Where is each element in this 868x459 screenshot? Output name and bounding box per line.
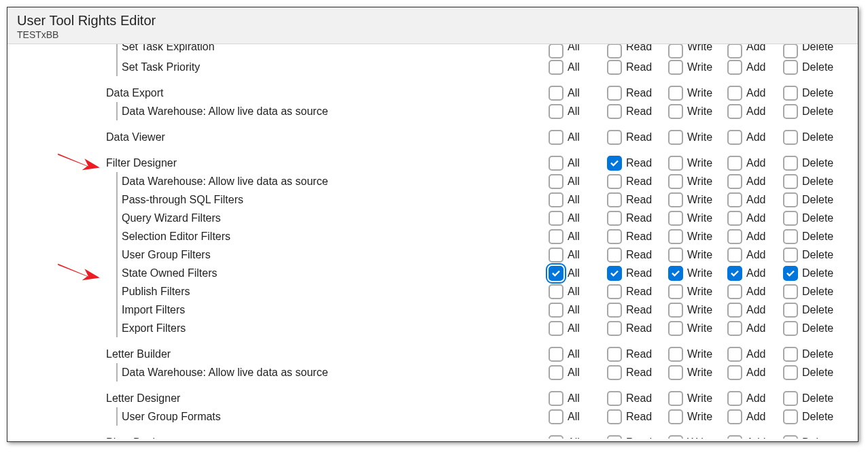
- checkbox-delete[interactable]: [783, 321, 798, 336]
- checkbox-delete[interactable]: [783, 229, 798, 244]
- checkbox-write[interactable]: [668, 192, 683, 207]
- checkbox-add[interactable]: [727, 192, 742, 207]
- checkbox-all[interactable]: [549, 44, 563, 58]
- checkbox-write[interactable]: [668, 284, 683, 299]
- checkbox-read[interactable]: [607, 435, 622, 439]
- checkbox-write[interactable]: [668, 86, 683, 101]
- checkbox-add[interactable]: [727, 211, 742, 226]
- checkbox-write[interactable]: [668, 248, 683, 262]
- checkbox-add[interactable]: [727, 321, 742, 336]
- checkbox-write[interactable]: [668, 266, 683, 281]
- checkbox-delete[interactable]: [783, 248, 798, 262]
- checkbox-all[interactable]: [549, 435, 563, 439]
- checkbox-delete[interactable]: [783, 365, 798, 380]
- checkbox-add[interactable]: [727, 266, 742, 281]
- checkbox-all[interactable]: [549, 266, 563, 281]
- checkbox-all[interactable]: [549, 104, 563, 119]
- checkbox-read[interactable]: [607, 130, 622, 145]
- checkbox-add[interactable]: [727, 409, 742, 424]
- checkbox-all[interactable]: [549, 174, 563, 189]
- checkbox-add[interactable]: [727, 60, 742, 75]
- checkbox-read[interactable]: [607, 365, 622, 380]
- checkbox-write[interactable]: [668, 104, 683, 119]
- checkbox-all[interactable]: [549, 248, 563, 262]
- checkbox-write[interactable]: [668, 321, 683, 336]
- checkbox-write[interactable]: [668, 365, 683, 380]
- checkbox-all[interactable]: [549, 211, 563, 226]
- checkbox-all[interactable]: [549, 321, 563, 336]
- checkbox-add[interactable]: [727, 229, 742, 244]
- checkbox-read[interactable]: [607, 284, 622, 299]
- checkbox-delete[interactable]: [783, 435, 798, 439]
- checkbox-add[interactable]: [727, 156, 742, 171]
- checkbox-read[interactable]: [607, 156, 622, 171]
- checkbox-read[interactable]: [607, 192, 622, 207]
- checkbox-add[interactable]: [727, 435, 742, 439]
- checkbox-write[interactable]: [668, 130, 683, 145]
- checkbox-write[interactable]: [668, 211, 683, 226]
- checkbox-add[interactable]: [727, 303, 742, 318]
- checkbox-write[interactable]: [668, 435, 683, 439]
- checkbox-read[interactable]: [607, 44, 622, 58]
- checkbox-write[interactable]: [668, 409, 683, 424]
- checkbox-write[interactable]: [668, 303, 683, 318]
- checkbox-add[interactable]: [727, 44, 742, 58]
- checkbox-all[interactable]: [549, 60, 563, 75]
- checkbox-delete[interactable]: [783, 284, 798, 299]
- checkbox-read[interactable]: [607, 60, 622, 75]
- checkbox-write[interactable]: [668, 347, 683, 362]
- checkbox-all[interactable]: [549, 365, 563, 380]
- checkbox-all[interactable]: [549, 409, 563, 424]
- checkbox-read[interactable]: [607, 321, 622, 336]
- checkbox-read[interactable]: [607, 86, 622, 101]
- checkbox-add[interactable]: [727, 391, 742, 406]
- checkbox-read[interactable]: [607, 409, 622, 424]
- checkbox-delete[interactable]: [783, 211, 798, 226]
- checkbox-delete[interactable]: [783, 44, 798, 58]
- checkbox-read[interactable]: [607, 303, 622, 318]
- checkbox-add[interactable]: [727, 174, 742, 189]
- checkbox-all[interactable]: [549, 192, 563, 207]
- checkbox-all[interactable]: [549, 86, 563, 101]
- checkbox-write[interactable]: [668, 174, 683, 189]
- checkbox-all[interactable]: [549, 229, 563, 244]
- checkbox-all[interactable]: [549, 391, 563, 406]
- checkbox-delete[interactable]: [783, 130, 798, 145]
- checkbox-add[interactable]: [727, 284, 742, 299]
- checkbox-read[interactable]: [607, 248, 622, 262]
- checkbox-delete[interactable]: [783, 174, 798, 189]
- checkbox-read[interactable]: [607, 229, 622, 244]
- checkbox-write[interactable]: [668, 44, 683, 58]
- checkbox-read[interactable]: [607, 104, 622, 119]
- checkbox-read[interactable]: [607, 174, 622, 189]
- checkbox-delete[interactable]: [783, 60, 798, 75]
- checkbox-add[interactable]: [727, 86, 742, 101]
- checkbox-delete[interactable]: [783, 156, 798, 171]
- checkbox-delete[interactable]: [783, 391, 798, 406]
- checkbox-all[interactable]: [549, 347, 563, 362]
- checkbox-write[interactable]: [668, 391, 683, 406]
- checkbox-delete[interactable]: [783, 347, 798, 362]
- checkbox-read[interactable]: [607, 211, 622, 226]
- checkbox-read[interactable]: [607, 347, 622, 362]
- checkbox-add[interactable]: [727, 365, 742, 380]
- checkbox-add[interactable]: [727, 347, 742, 362]
- checkbox-write[interactable]: [668, 229, 683, 244]
- checkbox-all[interactable]: [549, 156, 563, 171]
- checkbox-read[interactable]: [607, 266, 622, 281]
- checkbox-add[interactable]: [727, 130, 742, 145]
- checkbox-all[interactable]: [549, 303, 563, 318]
- checkbox-delete[interactable]: [783, 86, 798, 101]
- checkbox-delete[interactable]: [783, 303, 798, 318]
- checkbox-all[interactable]: [549, 284, 563, 299]
- checkbox-write[interactable]: [668, 60, 683, 75]
- checkbox-add[interactable]: [727, 248, 742, 262]
- checkbox-add[interactable]: [727, 104, 742, 119]
- checkbox-delete[interactable]: [783, 409, 798, 424]
- checkbox-delete[interactable]: [783, 266, 798, 281]
- checkbox-write[interactable]: [668, 156, 683, 171]
- checkbox-delete[interactable]: [783, 192, 798, 207]
- checkbox-read[interactable]: [607, 391, 622, 406]
- checkbox-delete[interactable]: [783, 104, 798, 119]
- checkbox-all[interactable]: [549, 130, 563, 145]
